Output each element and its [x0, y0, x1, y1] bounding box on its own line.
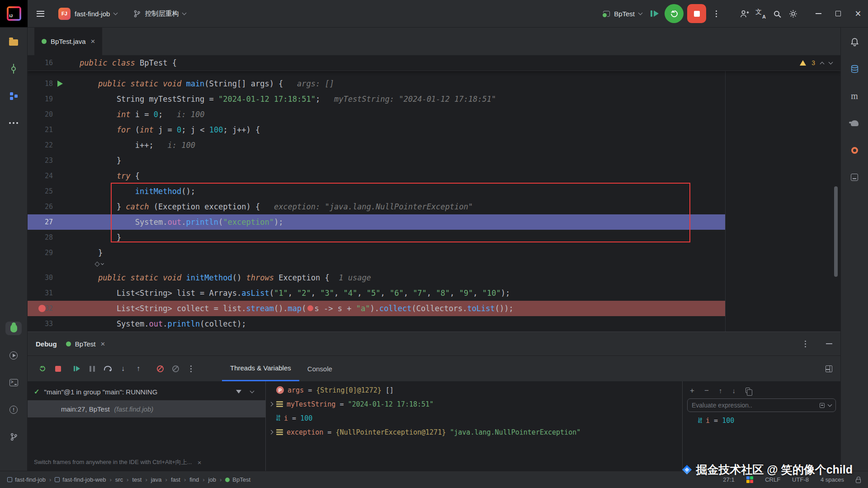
gradle-tool-button[interactable]	[846, 116, 863, 130]
step-into-button[interactable]: ↓	[115, 361, 131, 376]
code-line-20[interactable]: 20 int i = 0; i: 100	[28, 107, 840, 122]
step-over-button[interactable]	[100, 361, 115, 376]
move-down-icon[interactable]: ↓	[732, 387, 736, 394]
prev-problem-icon[interactable]	[820, 62, 825, 66]
code-line-23[interactable]: 23 }	[28, 153, 840, 168]
input-method-icon[interactable]	[746, 476, 754, 483]
code-line-28[interactable]: 28 }	[28, 230, 840, 245]
notifications-button[interactable]	[846, 35, 863, 48]
line-ending[interactable]: CRLF	[765, 476, 780, 483]
version-control-tool-button[interactable]	[5, 430, 22, 444]
hide-panel-icon[interactable]	[826, 343, 832, 344]
code-line-30[interactable]: 30 public static void initMethod() throw…	[28, 270, 840, 285]
code-line-27[interactable]: 27 System.out.println("exception");	[28, 214, 840, 230]
debug-tool-button[interactable]	[5, 322, 22, 335]
code-line-25[interactable]: 25 initMethod();	[28, 184, 840, 199]
breadcrumb-item[interactable]: fast-find-job-web	[55, 476, 106, 483]
variable-row[interactable]: 1001i = 100	[266, 411, 682, 425]
thread-row[interactable]: ✓ "main"@1 in group "main": RUNNING	[28, 383, 265, 400]
services-tool-button[interactable]	[5, 349, 22, 362]
breadcrumb-item[interactable]: test	[132, 476, 142, 483]
breadcrumb-item[interactable]: java	[151, 476, 162, 483]
expand-editor-icon[interactable]	[820, 403, 825, 408]
editor-scrollbar[interactable]	[834, 186, 838, 277]
evaluate-expression-input[interactable]: Evaluate expression..	[687, 398, 836, 412]
search-everywhere-button[interactable]	[769, 5, 785, 22]
project-tool-button[interactable]	[5, 35, 22, 48]
panel-options-icon[interactable]	[803, 339, 808, 349]
stack-frame-row[interactable]: main:27, BpTest (fast.find.job)	[28, 400, 265, 417]
chevron-down-icon[interactable]	[250, 389, 255, 393]
more-tool-windows-button[interactable]	[5, 116, 22, 130]
lock-icon[interactable]	[856, 479, 861, 483]
translate-button[interactable]: 文A	[752, 5, 769, 22]
add-watch-icon[interactable]: +	[690, 387, 694, 394]
maven-tool-button[interactable]: m	[846, 89, 863, 103]
code-line-21[interactable]: 21 for (int j = 0; j < 100; j++) {	[28, 122, 840, 137]
inlay-gear-icon[interactable]	[95, 262, 104, 266]
code-line-22[interactable]: 22 i++; i: 100	[28, 137, 840, 153]
caret-position[interactable]: 27:1	[723, 476, 734, 483]
watch-row[interactable]: 1001i = 100	[687, 414, 836, 427]
remove-watch-icon[interactable]: −	[704, 387, 709, 394]
move-up-icon[interactable]: ↑	[719, 387, 722, 394]
rerun-debug-button[interactable]	[665, 4, 684, 23]
maximize-button[interactable]	[828, 4, 848, 24]
pause-button[interactable]	[85, 361, 100, 376]
chevron-down-icon[interactable]	[828, 402, 832, 407]
more-actions-button[interactable]	[708, 5, 724, 22]
code-line-18[interactable]: 18 public static void main(String[] args…	[28, 76, 840, 91]
code-line-29[interactable]: 29 }	[28, 245, 840, 261]
stop-button[interactable]	[687, 4, 706, 23]
filter-icon[interactable]	[236, 390, 241, 393]
lambda-breakpoint-icon[interactable]	[307, 305, 313, 311]
database-tool-button[interactable]	[846, 62, 863, 76]
breadcrumb-item[interactable]: fast	[171, 476, 180, 483]
breadcrumb-item[interactable]: find	[189, 476, 199, 483]
code-editor[interactable]: 16 public class BpTest { 3 18 public sta…	[28, 55, 840, 332]
breadcrumb-item[interactable]: src	[115, 476, 123, 483]
code-line-19[interactable]: 19 String myTestString = "2024-01-12 17:…	[28, 91, 840, 107]
copy-icon[interactable]	[745, 388, 750, 393]
project-widget[interactable]: FJ fast-find-job	[54, 5, 122, 23]
plugin-tool-button[interactable]	[846, 143, 863, 157]
chevron-right-icon[interactable]	[269, 402, 274, 407]
code-line-24[interactable]: 24 try {	[28, 168, 840, 184]
skip-breakpoints-button[interactable]	[168, 361, 183, 376]
close-tab-icon[interactable]: ×	[91, 38, 95, 45]
close-hint-icon[interactable]: ×	[198, 459, 202, 466]
sticky-line-16[interactable]: 16 public class BpTest { 3	[28, 55, 840, 71]
code-with-me-button[interactable]	[736, 5, 752, 22]
layout-settings-icon[interactable]	[826, 365, 832, 372]
indent-setting[interactable]: 4 spaces	[821, 476, 844, 483]
resume-program-button[interactable]	[646, 5, 663, 22]
vcs-widget[interactable]: 控制层重构	[129, 7, 190, 21]
resume-button[interactable]	[69, 361, 85, 376]
device-explorer-button[interactable]	[846, 171, 863, 184]
commit-tool-button[interactable]	[5, 62, 22, 76]
variable-row[interactable]: Pargs = {String[0]@1272} []	[266, 383, 682, 397]
inspections-widget[interactable]: 3	[800, 55, 832, 71]
mute-breakpoints-button[interactable]	[152, 361, 168, 376]
step-out-button[interactable]: ↑	[131, 361, 146, 376]
breadcrumb-item[interactable]: fast-find-job	[7, 476, 46, 483]
file-encoding[interactable]: UTF-8	[792, 476, 809, 483]
settings-button[interactable]	[785, 5, 801, 22]
toolbar-more-button[interactable]	[183, 361, 198, 376]
structure-tool-button[interactable]	[5, 89, 22, 103]
code-line-32[interactable]: 32 List<String> collect = list.stream().…	[28, 301, 840, 316]
variable-row[interactable]: exception = {NullPointerException@1271} …	[266, 425, 682, 439]
tab-console[interactable]: Console	[299, 356, 340, 381]
variable-row[interactable]: myTestString = "2024-01-12 17:18:51"	[266, 397, 682, 411]
problems-tool-button[interactable]: !	[5, 403, 22, 417]
stop-process-button[interactable]	[50, 361, 66, 376]
minimize-button[interactable]	[808, 4, 828, 24]
code-line-33[interactable]: 33 System.out.println(collect);	[28, 316, 840, 332]
editor-tab-bptest[interactable]: BpTest.java ×	[34, 28, 102, 55]
breadcrumb-item[interactable]: BpTest	[225, 476, 250, 483]
code-line-31[interactable]: 31 List<String> list = Arrays.asList("1"…	[28, 285, 840, 301]
terminal-tool-button[interactable]	[5, 376, 22, 389]
code-line-26[interactable]: 26 } catch (Exception exception) { excep…	[28, 199, 840, 214]
next-problem-icon[interactable]	[829, 60, 833, 64]
close-button[interactable]: ×	[848, 4, 868, 24]
